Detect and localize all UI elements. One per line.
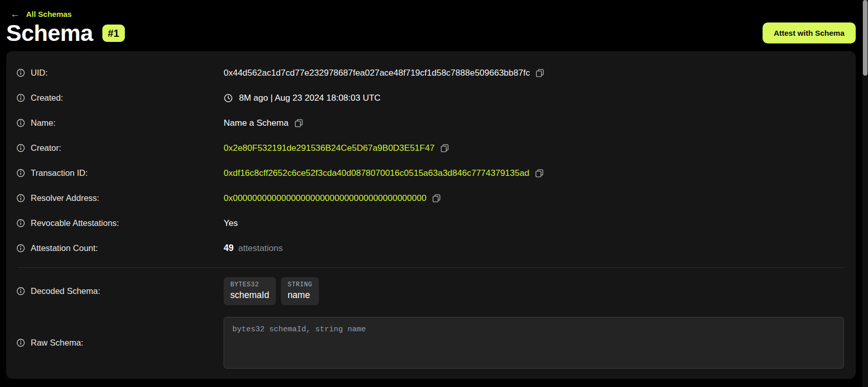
copy-icon[interactable]: [535, 169, 544, 177]
copy-icon[interactable]: [432, 194, 441, 202]
clock-icon: [224, 94, 233, 103]
info-icon: [16, 287, 25, 295]
info-icon: [16, 94, 25, 102]
section-divider: [17, 267, 844, 268]
resolver-address-label: Resolver Address:: [31, 193, 99, 203]
info-icon: [16, 169, 25, 177]
info-icon: [16, 69, 25, 77]
field-type: BYTES32: [230, 281, 269, 288]
copy-icon[interactable]: [535, 69, 544, 77]
detail-row-resolver-address: Resolver Address: 0x00000000000000000000…: [16, 186, 845, 211]
detail-row-uid: UID: 0x44d562ac1d7cd77e232978687fea027ac…: [16, 60, 845, 85]
revocable-label: Revocable Attestations:: [31, 218, 119, 228]
detail-row-raw-schema: Raw Schema: bytes32 schemaId, string nam…: [16, 317, 845, 369]
creator-address-link[interactable]: 0x2e80F532191de291536B24Ce5D67a9B0D3E51F…: [224, 143, 435, 153]
detail-row-creator: Creator: 0x2e80F532191de291536B24Ce5D67a…: [16, 135, 845, 161]
schema-number-badge: #1: [102, 25, 125, 42]
uid-value: 0x44d562ac1d7cd77e232978687fea027ace48f7…: [224, 68, 530, 78]
schema-details-card: UID: 0x44d562ac1d7cd77e232978687fea027ac…: [6, 51, 856, 379]
field-name: name: [288, 290, 312, 301]
decoded-schema-label: Decoded Schema:: [31, 286, 100, 296]
created-value: 8M ago | Aug 23 2024 18:08:03 UTC: [239, 93, 381, 103]
transaction-id-link[interactable]: 0xdf16c8cff2652c6ce52f3cda40d0878070016c…: [224, 168, 529, 178]
attestation-count-value: 49: [224, 243, 233, 254]
attestation-count-label: Attestation Count:: [31, 243, 98, 253]
raw-schema-textarea[interactable]: bytes32 schemaId, string name: [224, 317, 844, 369]
name-value: Name a Schema: [224, 118, 289, 128]
copy-icon[interactable]: [440, 144, 449, 152]
field-type: STRING: [288, 281, 312, 288]
resolver-address-link[interactable]: 0x00000000000000000000000000000000000000…: [224, 193, 426, 203]
info-icon: [16, 119, 25, 127]
info-icon: [16, 144, 25, 152]
scrollbar[interactable]: [862, 0, 868, 387]
uid-label: UID:: [31, 68, 48, 78]
info-icon: [16, 219, 25, 227]
scrollbar-thumb[interactable]: [863, 0, 867, 76]
title-row: Schema #1 Attest with Schema: [6, 21, 856, 45]
creator-label: Creator:: [31, 143, 61, 153]
field-name: schemaId: [230, 290, 269, 301]
schema-field-chip: STRING name: [281, 277, 319, 305]
revocable-value: Yes: [224, 218, 238, 229]
back-link-label: All Schemas: [26, 10, 72, 18]
detail-row-name: Name: Name a Schema: [16, 110, 845, 135]
back-arrow-icon: ←: [10, 9, 20, 19]
raw-schema-label: Raw Schema:: [31, 338, 83, 348]
info-icon: [16, 194, 25, 202]
page-title: Schema: [6, 21, 93, 45]
created-label: Created:: [31, 93, 63, 103]
detail-row-created: Created: 8M ago | Aug 23 2024 18:08:03 U…: [16, 85, 845, 110]
schema-field-chip: BYTES32 schemaId: [224, 277, 276, 305]
detail-row-decoded-schema: Decoded Schema: BYTES32 schemaId STRING …: [16, 274, 845, 308]
back-to-all-schemas-link[interactable]: ← All Schemas: [10, 9, 72, 19]
detail-row-revocable: Revocable Attestations: Yes: [16, 211, 845, 236]
transaction-id-label: Transaction ID:: [31, 168, 88, 178]
info-icon: [16, 244, 25, 253]
detail-row-transaction-id: Transaction ID: 0xdf16c8cff2652c6ce52f3c…: [16, 161, 845, 186]
copy-icon[interactable]: [294, 119, 303, 127]
detail-row-attestation-count: Attestation Count: 49 attestations: [16, 236, 845, 261]
decoded-schema-chips: BYTES32 schemaId STRING name: [224, 277, 319, 305]
attestations-link[interactable]: attestations: [238, 243, 283, 254]
info-icon: [16, 338, 25, 347]
attest-with-schema-button[interactable]: Attest with Schema: [763, 22, 856, 43]
name-label: Name:: [31, 118, 56, 128]
schema-detail-page: ← All Schemas Schema #1 Attest with Sche…: [0, 0, 868, 387]
